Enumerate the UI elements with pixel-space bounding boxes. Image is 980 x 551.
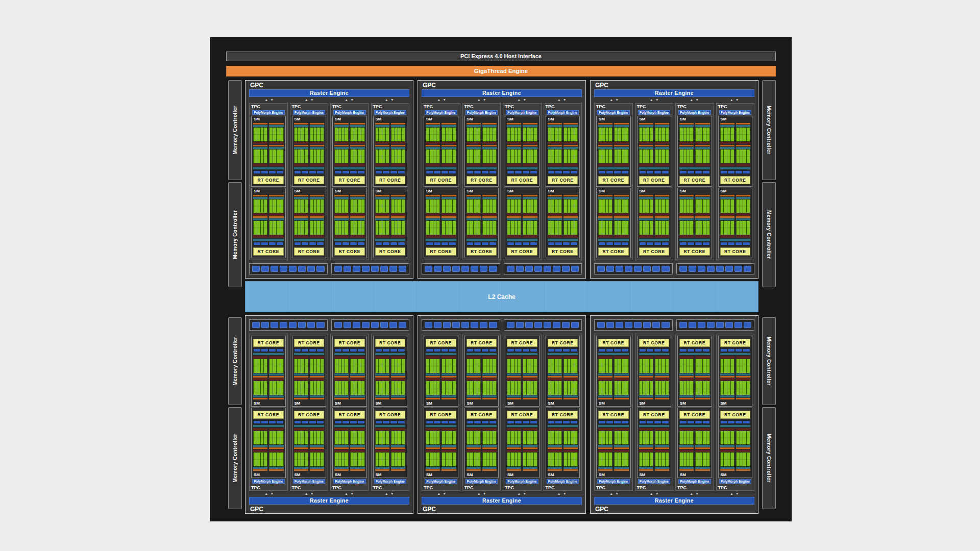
texture-unit [350, 421, 357, 423]
register-file-strip [334, 373, 349, 375]
arrow-pair: ▲▼ [674, 97, 715, 103]
sm-block: RT CORESM [424, 408, 458, 479]
core-column [493, 359, 496, 373]
core-column [548, 431, 551, 445]
sm-block: RT CORESM [677, 408, 712, 479]
sm-partition [695, 123, 709, 166]
core-column [338, 199, 341, 213]
core-column [298, 453, 301, 466]
register-file-strip [548, 467, 562, 469]
core-block [350, 431, 364, 445]
scheduler-strip [507, 195, 521, 196]
rop-unit [380, 322, 388, 328]
core-block [391, 453, 405, 466]
register-file-strip [548, 373, 562, 375]
sm-partitions [507, 356, 537, 399]
tensor-core-strip [679, 164, 694, 166]
page: PCI Express 4.0 Host Interface GigaThrea… [0, 0, 980, 551]
core-column [625, 149, 628, 163]
core-block [507, 381, 521, 395]
sm-label: SM [426, 116, 456, 122]
polymorph-engine-bar: PolyMorph Engine [719, 110, 752, 115]
core-column [273, 431, 276, 445]
core-column [436, 199, 439, 213]
sm-partition [442, 195, 456, 238]
core-column [659, 431, 662, 445]
tensor-core-strip [507, 213, 521, 216]
core-column [386, 453, 389, 466]
core-column [551, 359, 554, 373]
core-column [724, 128, 727, 141]
core-column [477, 128, 480, 141]
core-block [507, 453, 521, 466]
core-block [720, 453, 734, 466]
core-column [564, 128, 567, 141]
tensor-core-strip [655, 356, 669, 359]
scheduler-strip [564, 195, 578, 196]
sm-partitions [294, 356, 325, 399]
core-column [599, 149, 602, 163]
core-column [687, 128, 690, 141]
sm-block: SMRT CORE [373, 188, 408, 259]
scheduler-strip [375, 398, 389, 399]
core-column [690, 381, 693, 395]
core-column [555, 128, 558, 141]
scheduler-strip [695, 398, 709, 399]
register-file-strip [548, 197, 562, 199]
core-column [618, 453, 621, 466]
texture-unit [269, 349, 276, 352]
texture-unit [743, 349, 750, 352]
texture-unit [571, 171, 577, 173]
core-block [598, 128, 612, 141]
core-column [659, 149, 662, 163]
rt-core: RT CORE [467, 411, 497, 419]
sm-block: SMRT CORE [251, 188, 286, 259]
scheduler-strip [639, 195, 653, 196]
core-block [253, 453, 267, 466]
core-column [474, 431, 477, 445]
texture-unit [482, 242, 488, 245]
rop-row [249, 263, 409, 274]
scheduler-strip [375, 123, 389, 124]
core-column [379, 359, 382, 373]
core-column [602, 359, 605, 373]
texture-units [294, 348, 325, 352]
register-file-strip [294, 218, 308, 220]
core-column [345, 431, 348, 445]
sm-partitions [375, 123, 406, 166]
register-file-strip [391, 445, 405, 447]
tensor-core-strip [253, 235, 267, 238]
tensor-core-strip [548, 449, 562, 452]
core-column [270, 128, 273, 141]
register-file-strip [639, 218, 653, 220]
register-file-strip [507, 197, 521, 199]
core-column [270, 221, 273, 235]
core-block [679, 149, 694, 163]
texture-units [253, 242, 284, 245]
register-file-strip [736, 467, 750, 469]
tensor-core-strip [467, 235, 481, 238]
register-file-strip [679, 147, 694, 149]
core-column [361, 381, 364, 395]
core-column [740, 199, 743, 213]
core-column [449, 359, 452, 373]
core-column [530, 453, 533, 466]
core-column [731, 431, 734, 445]
core-column [721, 199, 724, 213]
core-column [609, 359, 612, 373]
texture-unit [309, 421, 316, 423]
texture-unit [295, 242, 301, 245]
core-column [555, 359, 558, 373]
core-column [386, 199, 389, 213]
core-column [477, 199, 480, 213]
register-file-strip [523, 125, 537, 127]
scheduler-strip [310, 145, 324, 146]
scheduler-strip [375, 216, 389, 218]
core-block [564, 128, 578, 141]
core-block [679, 128, 694, 141]
sm-block: RT CORESM [596, 408, 631, 479]
scheduler-strip [269, 376, 283, 378]
core-column [470, 453, 473, 466]
up-arrow-icon: ▲ [345, 97, 348, 103]
core-block [375, 199, 389, 213]
